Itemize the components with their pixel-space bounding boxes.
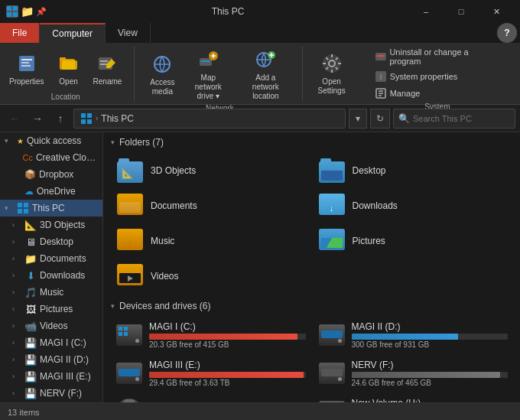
sidebar-item-creative-cloud[interactable]: Cc Creative Cloud Fi... <box>0 149 102 166</box>
ribbon-tabs: File Computer View ? <box>0 23 520 43</box>
uninstall-label: Uninstall or change a program <box>389 47 500 66</box>
back-button[interactable]: ← <box>5 109 24 129</box>
folder-item-pictures[interactable]: Pictures <box>313 224 513 258</box>
sidebar-item-videos[interactable]: › 📹 Videos <box>0 317 102 334</box>
sidebar-item-magi-c[interactable]: › 💾 MAGI I (C:) <box>0 334 102 351</box>
address-chevron: › <box>96 114 98 122</box>
folder-downloads-label: Downloads <box>353 200 398 211</box>
folder-desktop-icon <box>319 158 346 183</box>
title-bar-title: This PC <box>52 6 404 17</box>
this-pc-label: This PC <box>32 203 65 213</box>
title-bar: 📁 📌 This PC – □ ✕ <box>0 0 520 23</box>
drive-item-magi-d[interactable]: MAGI II (D:) 300 GB free of 931 GB <box>314 317 513 353</box>
drive-d-free: 300 GB free of 931 GB <box>352 340 509 349</box>
drive-e-info: MAGI III (E:) 29.4 GB free of 3.63 TB <box>149 360 306 387</box>
svg-rect-37 <box>24 203 28 207</box>
add-network-location-button[interactable]: Add a networklocation <box>239 46 292 103</box>
drive-item-dvd-g[interactable]: DVD RW Drive (G:) <box>111 394 310 402</box>
drive-item-magi-c[interactable]: MAGI I (C:) 20.3 GB free of 415 GB <box>111 317 310 353</box>
drive-f-free: 24.6 GB free of 465 GB <box>352 379 509 387</box>
sidebar-item-onedrive[interactable]: ☁ OneDrive <box>0 183 102 200</box>
rename-button[interactable]: Rename <box>90 50 125 88</box>
svg-rect-25 <box>377 55 385 57</box>
drive-h-name: New Volume (H:) <box>352 398 509 402</box>
address-path[interactable]: › This PC <box>73 109 346 129</box>
system-properties-label: System properties <box>390 72 458 81</box>
magi-d-label: MAGI II (D:) <box>40 354 89 365</box>
open-settings-icon <box>320 51 344 76</box>
sidebar-item-pictures[interactable]: › 🖼 Pictures <box>0 301 102 317</box>
close-button[interactable]: ✕ <box>479 0 514 23</box>
up-button[interactable]: ↑ <box>50 109 70 129</box>
system-properties-button[interactable]: i System properties <box>370 69 505 84</box>
access-media-icon <box>150 52 174 77</box>
svg-rect-9 <box>60 57 66 60</box>
refresh-button[interactable]: ↻ <box>370 109 390 129</box>
drive-item-magi-e[interactable]: MAGI III (E:) 29.4 GB free of 3.63 TB <box>111 356 310 391</box>
folders-chevron[interactable]: ▾ <box>111 138 115 146</box>
content-area: ▾ Folders (7) 📐 3D Objects <box>103 132 520 402</box>
content-scroll[interactable]: ▾ Folders (7) 📐 3D Objects <box>103 132 520 402</box>
svg-rect-43 <box>124 332 128 336</box>
folder-item-desktop[interactable]: Desktop <box>313 154 513 187</box>
svg-rect-33 <box>87 113 92 118</box>
address-bar: ← → ↑ › This PC ▾ ↻ 🔍 <box>0 105 520 132</box>
expand-icon: ▾ <box>5 137 14 145</box>
sidebar-item-quick-access[interactable]: ▾ ★ Quick access <box>0 132 102 149</box>
svg-rect-41 <box>124 327 128 330</box>
svg-rect-42 <box>119 332 122 336</box>
search-icon: 🔍 <box>398 113 410 124</box>
manage-button[interactable]: Manage <box>370 86 505 101</box>
open-settings-button[interactable]: OpenSettings <box>315 50 349 97</box>
dropbox-label: Dropbox <box>39 169 73 180</box>
sidebar-item-magi-e[interactable]: › 💾 MAGI III (E:) <box>0 368 102 385</box>
app-icon <box>6 5 18 18</box>
3d-objects-label: 3D Objects <box>40 220 85 230</box>
folder-item-downloads[interactable]: ↓ Downloads <box>313 189 513 223</box>
sidebar-item-downloads[interactable]: › ⬇ Downloads <box>0 267 102 284</box>
drive-f-bar-wrap <box>352 372 509 378</box>
expand-icon: ▾ <box>5 204 14 212</box>
sidebar-item-documents[interactable]: › 📁 Documents <box>0 250 102 267</box>
uninstall-button[interactable]: Uninstall or change a program <box>370 46 505 67</box>
expand-icon: › <box>12 272 21 279</box>
map-network-drive-button[interactable]: Map networkdrive ▾ <box>184 46 232 103</box>
sidebar-item-desktop[interactable]: › 🖥 Desktop <box>0 233 102 250</box>
manage-label: Manage <box>390 89 421 98</box>
tab-view[interactable]: View <box>106 23 151 43</box>
sidebar-item-this-pc[interactable]: ▾ This PC <box>0 200 102 217</box>
tab-file[interactable]: File <box>0 23 40 43</box>
star-icon: ★ <box>17 137 24 145</box>
open-button[interactable]: Open <box>54 50 84 88</box>
sidebar-item-dropbox[interactable]: 📦 Dropbox <box>0 166 102 183</box>
svg-rect-36 <box>18 203 22 207</box>
folder-desktop-label: Desktop <box>353 165 386 176</box>
search-input[interactable] <box>413 114 510 123</box>
ribbon-group-system: Uninstall or change a program i System p… <box>370 46 514 101</box>
sidebar-item-music[interactable]: › 🎵 Music <box>0 284 102 301</box>
drive-item-nerv-f[interactable]: NERV (F:) 24.6 GB free of 465 GB <box>314 356 513 391</box>
folder-item-3d-objects[interactable]: 📐 3D Objects <box>111 154 311 187</box>
magi-e-label: MAGI III (E:) <box>40 371 91 382</box>
tab-computer[interactable]: Computer <box>40 23 106 43</box>
sidebar-item-magi-d[interactable]: › 💾 MAGI II (D:) <box>0 351 102 368</box>
maximize-button[interactable]: □ <box>444 0 479 23</box>
folder-item-documents[interactable]: Documents <box>111 189 311 223</box>
address-dropdown[interactable]: ▾ <box>349 109 367 129</box>
open-label: Open <box>59 77 77 86</box>
folders-section-header: ▾ Folders (7) <box>103 132 520 151</box>
sidebar-item-nerv-f[interactable]: › 💾 NERV (F:) <box>0 385 102 402</box>
properties-button[interactable]: Properties <box>6 50 47 88</box>
folder-item-music[interactable]: ♪ Music <box>111 224 311 258</box>
minimize-button[interactable]: – <box>408 0 444 23</box>
sidebar-item-3d-objects[interactable]: › 📐 3D Objects <box>0 217 102 233</box>
folder-item-videos[interactable]: Videos <box>111 259 311 293</box>
drives-chevron[interactable]: ▾ <box>111 302 115 310</box>
quick-access-label: Quick access <box>27 135 81 146</box>
drive-item-new-vol-h[interactable]: New Volume (H:) 4.57 GB free of 4.65 GB <box>314 394 513 402</box>
svg-rect-34 <box>81 119 86 124</box>
help-button[interactable]: ? <box>497 23 517 43</box>
forward-button[interactable]: → <box>28 109 47 129</box>
search-box[interactable]: 🔍 <box>393 109 515 129</box>
access-media-button[interactable]: Accessmedia <box>147 50 177 98</box>
